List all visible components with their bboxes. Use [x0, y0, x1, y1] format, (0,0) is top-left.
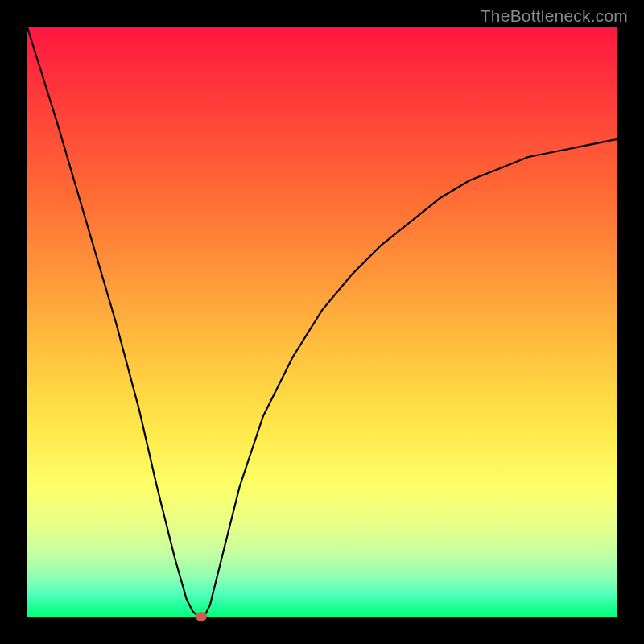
chart-frame: TheBottleneck.com — [0, 0, 644, 644]
plot-area — [27, 27, 617, 617]
curve-line — [27, 27, 617, 617]
optimal-point-marker — [196, 612, 207, 621]
bottleneck-curve — [27, 27, 617, 617]
watermark-text: TheBottleneck.com — [481, 6, 628, 26]
